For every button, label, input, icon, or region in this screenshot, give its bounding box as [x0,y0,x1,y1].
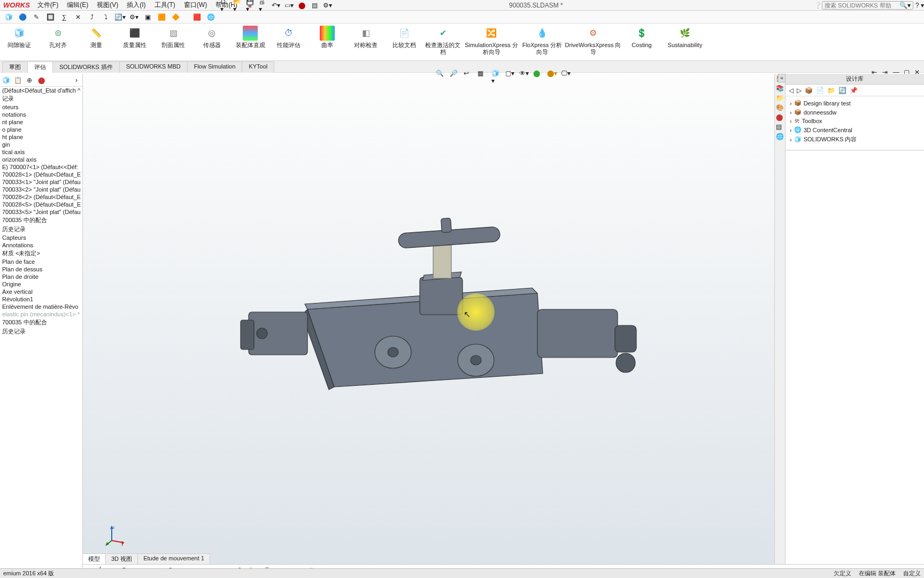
tool-i-icon[interactable]: 🔶 [170,12,181,22]
open-doc-icon[interactable]: 📂▾ [233,1,242,10]
feature-tree-item[interactable]: 700035 中的配合 [0,216,82,225]
feature-tree-item[interactable]: orizontal axis [0,156,82,163]
dl-back-icon[interactable]: ◁ [789,87,794,94]
tab-3dview[interactable]: 3D 视图 [106,554,138,564]
view-settings-icon[interactable]: 🖵▾ [561,70,572,80]
section-view-icon[interactable]: ▦ [478,70,488,80]
tool-e-icon[interactable]: 🔄▾ [114,12,125,22]
feature-tree-item[interactable]: Axe vertical [0,288,82,295]
fm-tab-display-icon[interactable]: ⬤ [36,75,46,85]
feature-tree-item[interactable]: 700035 中的配合 [0,318,82,327]
ribbon-floxpress[interactable]: 💧FloXpress 分析向导 [521,25,564,56]
dl-collapse-icon[interactable]: « [778,74,786,82]
feature-tree-item[interactable]: 700028<2> (Défaut<Défaut_E [0,193,82,201]
fm-tab-prop-icon[interactable]: 📋 [13,75,22,85]
dl-addfile-icon[interactable]: 📄 [816,87,824,94]
feature-tree-item[interactable]: 700028<1> (Défaut<Défaut_E [0,171,82,178]
menu-insert[interactable]: 插入(I) [122,1,150,10]
tool-d-icon[interactable]: ⤵ [101,12,111,22]
tool-g-icon[interactable]: ▣ [142,12,153,22]
ribbon-sensor[interactable]: ◎传感器 [192,25,231,49]
feature-tree-item[interactable]: E) 700007<1> (Défaut<<Déf: [0,163,82,171]
prev-view-icon[interactable]: ↩ [464,70,474,80]
search-icon[interactable]: 🔍▾ [899,2,911,9]
tool-a-icon[interactable]: ∑ [59,12,70,22]
dl-addfolder-icon[interactable]: 📁 [827,87,835,94]
sketch-icon[interactable]: ✎ [31,12,42,22]
feature-tree-item[interactable]: nt plane [0,118,82,126]
ribbon-simxpress[interactable]: 🔀SimulationXpress 分析向导 [462,25,521,56]
help-dropdown[interactable]: ? ▾ [915,2,924,9]
undo-icon[interactable]: ↶▾ [272,1,280,10]
ribbon-curvature[interactable]: 曲率 [308,25,346,49]
dl-item[interactable]: ›🧊SOLIDWORKS 内容 [790,134,920,144]
feature-tree-item[interactable]: Plan de dessus [0,265,82,273]
dl-refresh-icon[interactable]: 🔄 [838,87,846,94]
ribbon-compare[interactable]: 📄比较文档 [385,25,424,49]
ribbon-asmvis[interactable]: 装配体直观 [231,25,270,49]
tp-viewpal-icon[interactable]: 🎨 [776,104,784,112]
menu-view[interactable]: 视图(V) [93,1,122,10]
graphics-area[interactable]: 🔍 🔎 ↩ ▦ 🧊▾ ▢▾ 👁▾ ⬤ ⬤▾ 🖵▾ ⇤ ⇥ — ▢ ✕ [83,74,924,578]
options-icon[interactable]: ⚙▾ [323,1,332,10]
help-balloon-icon[interactable]: ❔ [814,2,822,9]
menu-edit[interactable]: 编辑(E) [63,1,93,10]
feature-tree-item[interactable]: Révolution1 [0,295,82,303]
tp-forum-icon[interactable]: 🌐 [776,133,784,141]
tool-h-icon[interactable]: 🟧 [156,12,167,22]
help-search-input[interactable] [825,2,899,9]
save-icon[interactable]: 💾▾ [246,1,255,10]
feature-tree-item[interactable]: ht plane [0,133,82,141]
menu-tools[interactable]: 工具(T) [150,1,180,10]
dl-pin-icon[interactable]: 📌 [850,87,858,94]
dl-tree[interactable]: ›📦Design library test ›📦donneessdw ›🛠Too… [786,96,924,147]
zoom-fit-icon[interactable]: 🔍 [436,70,446,80]
feature-tree-item[interactable]: Enlèvement de matière-Révo [0,303,82,310]
visualize-icon[interactable]: 🔵 [17,12,28,22]
feature-tree[interactable]: (Défaut<Défaut_Etat d'affich ^记录oteursno… [0,87,82,578]
dl-addloc-icon[interactable]: 📦 [805,87,813,94]
view-orient-icon[interactable]: 🧊▾ [491,70,502,80]
tab-evaluate[interactable]: 评估 [27,62,53,73]
tab-kytool[interactable]: KYTool [242,62,274,73]
ribbon-sustain[interactable]: 🌿Sustainability [661,25,709,49]
tp-appear-icon[interactable]: ⬤ [776,113,784,122]
dl-item[interactable]: ›🌐3D ContentCentral [790,125,920,134]
display-style-icon[interactable]: ▢▾ [505,70,516,80]
feature-tree-item[interactable]: Plan de face [0,258,82,265]
ribbon-driveworks[interactable]: ⚙DriveWorksXpress 向导 [564,25,622,56]
menu-file[interactable]: 文件(F) [33,1,63,10]
ribbon-section[interactable]: ▧剖面属性 [154,25,192,49]
dl-item[interactable]: ›📦donneessdw [790,108,920,117]
tool-f-icon[interactable]: ⚙▾ [128,12,139,22]
assembly-new-icon[interactable]: 🧊 [3,12,14,22]
feature-tree-item[interactable]: elastic pin (mecanindus)<1> * [0,310,82,318]
hide-show-icon[interactable]: 👁▾ [519,70,530,80]
view-triad[interactable]: z x [104,524,126,546]
dl-item[interactable]: ›🛠Toolbox [790,117,920,125]
fm-tab-tree-icon[interactable]: 🧊 [1,75,11,85]
print-icon[interactable]: 🖨▾ [259,1,267,10]
feature-tree-item[interactable]: 历史记录 [0,327,82,336]
help-search[interactable]: 🔍▾ [822,1,913,10]
ribbon-holealign[interactable]: ⊚孔对齐 [38,25,77,49]
ribbon-measure[interactable]: 📏测量 [77,25,116,49]
feature-tree-item[interactable]: (Défaut<Défaut_Etat d'affich ^ [0,87,82,94]
rebuild-icon[interactable]: ⬤ [297,1,306,10]
tool-c-icon[interactable]: ⤴ [87,12,97,22]
select-icon[interactable]: ▭▾ [284,1,293,10]
tool-b-icon[interactable]: ✕ [73,12,83,22]
ribbon-checkactive[interactable]: ✔检查激活的文档 [424,25,462,56]
feature-tree-item[interactable]: 记录 [0,94,82,103]
feature-tree-item[interactable]: 700033<1> "Joint plat" (Défau [0,178,82,186]
feature-tree-item[interactable]: 700033<2> "Joint plat" (Défau [0,186,82,193]
tab-sketch[interactable]: 草图 [2,62,28,73]
feature-tree-item[interactable]: Annotations [0,241,82,249]
feature-tree-item[interactable]: 700028<5> (Défaut<Défaut_E [0,201,82,208]
tab-motion[interactable]: Etude de mouvement 1 [138,554,210,564]
smart-dim-icon[interactable]: 🔲 [45,12,56,22]
tab-mbd[interactable]: SOLIDWORKS MBD [119,62,188,73]
ext-a-icon[interactable]: 🟥 [191,12,202,22]
tp-fileexp-icon[interactable]: 📁 [776,94,784,103]
feature-tree-item[interactable]: Origine [0,280,82,288]
